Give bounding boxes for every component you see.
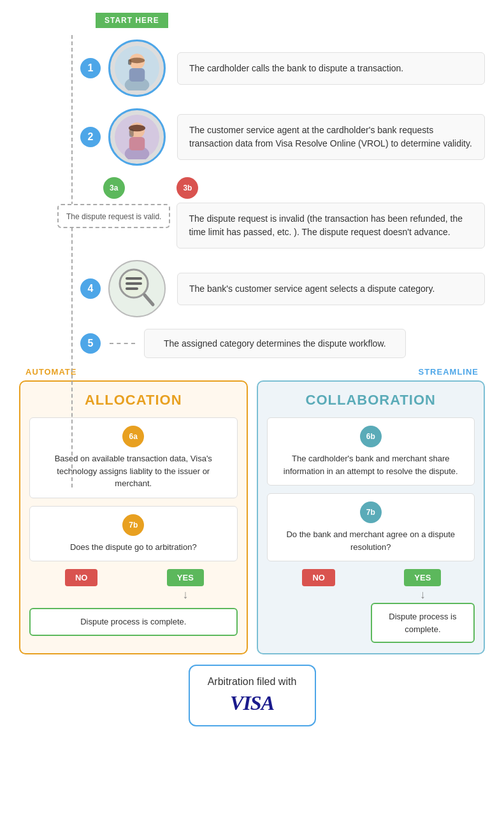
- svg-point-5: [129, 57, 145, 63]
- collaboration-6b-badge: 6b: [360, 426, 382, 447]
- collaboration-yes-button[interactable]: YES: [404, 569, 441, 586]
- step-3a-section: 3a The dispute request is valid.: [57, 177, 170, 228]
- allocation-6a-box: 6a Based on available transaction data, …: [29, 417, 238, 498]
- step-3-container: 3a The dispute request is valid. 3b The …: [57, 177, 485, 249]
- step-2-image: [108, 108, 166, 166]
- allocation-column: ALLOCATION 6a Based on available transac…: [19, 380, 248, 654]
- step-5-row: 5 The assigned category determines the d…: [19, 329, 485, 358]
- allocation-title: ALLOCATION: [29, 392, 238, 408]
- streamline-label: STREAMLINE: [419, 367, 479, 377]
- collaboration-yes-arrow: ↓: [420, 589, 426, 600]
- allocation-7b-badge: 7b: [122, 514, 144, 536]
- collaboration-7b-box: 7b Do the bank and merchant agree on a d…: [267, 493, 475, 561]
- step-5-box: The assigned category determines the dis…: [144, 329, 406, 358]
- step-4-image: [108, 260, 166, 317]
- svg-rect-9: [129, 137, 145, 150]
- collaboration-6b-box: 6b The cardholder's bank and merchant sh…: [267, 417, 475, 486]
- allocation-7b-box: 7b Does the dispute go to arbitration?: [29, 506, 238, 562]
- arbitration-box: Arbitration filed with VISA: [189, 665, 316, 726]
- step-2-row: 2 The customer service agent at the card…: [19, 108, 485, 166]
- arbitration-wrapper: Arbitration filed with VISA: [19, 665, 485, 726]
- step-1-number: 1: [80, 58, 101, 78]
- allocation-no-result: Dispute process is complete.: [29, 608, 238, 636]
- arbitration-text: Arbitration filed with: [208, 676, 297, 688]
- allocation-yes-branch: YES ↓: [133, 569, 237, 603]
- collaboration-no-button[interactable]: NO: [302, 569, 335, 586]
- step-3b-header: 3b: [176, 177, 206, 199]
- allocation-yes-button[interactable]: YES: [167, 569, 204, 586]
- step-3b-badge: 3b: [176, 177, 198, 199]
- svg-rect-3: [129, 68, 145, 82]
- step-4-row: 4 The bank's customer service agent sele…: [19, 260, 485, 317]
- step-5-number: 5: [80, 333, 101, 354]
- allocation-complete-box: Dispute process is complete.: [29, 608, 238, 636]
- step-5-connector: [110, 343, 135, 344]
- step-2-number: 2: [80, 127, 101, 147]
- step-1-image: [108, 40, 166, 97]
- automate-label: AUTOMATE: [25, 367, 76, 377]
- allocation-no-button[interactable]: NO: [65, 569, 98, 586]
- allocation-decision: NO YES ↓: [29, 569, 238, 603]
- step-3b-box: The dispute request is invalid (the tran…: [176, 203, 485, 249]
- svg-rect-14: [126, 282, 142, 285]
- collaboration-column: COLLABORATION 6b The cardholder's bank a…: [257, 380, 486, 654]
- step-3a-text-box: The dispute request is valid.: [57, 204, 170, 228]
- svg-line-16: [145, 295, 153, 305]
- step-1-row: 1 The cardholder calls the bank to dispu…: [19, 40, 485, 97]
- start-badge: START HERE: [96, 13, 168, 28]
- allocation-6a-badge: 6a: [122, 426, 144, 447]
- bottom-columns: ALLOCATION 6a Based on available transac…: [19, 380, 485, 654]
- collaboration-yes-branch: YES ↓ Dispute process is complete.: [371, 569, 475, 643]
- collaboration-title: COLLABORATION: [267, 392, 475, 408]
- step-3b-section: 3b The dispute request is invalid (the t…: [176, 177, 485, 249]
- allocation-yes-arrow: ↓: [182, 589, 188, 600]
- step-4-number: 4: [80, 278, 101, 299]
- svg-rect-15: [126, 287, 138, 290]
- svg-rect-11: [129, 129, 134, 137]
- step-3a-badge: 3a: [103, 177, 125, 199]
- collaboration-decision: NO YES ↓ Dispute process is complete.: [267, 569, 475, 643]
- step-2-box: The customer service agent at the cardho…: [177, 114, 485, 160]
- collaboration-complete-box: Dispute process is complete.: [371, 603, 475, 643]
- main-container: START HERE 1 The cardholder calls the ba…: [0, 0, 504, 739]
- svg-rect-13: [126, 277, 142, 280]
- visa-logo: VISA: [208, 691, 297, 715]
- label-row: AUTOMATE STREAMLINE: [19, 367, 485, 377]
- step-4-box: The bank's customer service agent select…: [177, 273, 485, 305]
- collaboration-7b-badge: 7b: [360, 501, 382, 523]
- collaboration-no-branch: NO: [267, 569, 371, 586]
- allocation-no-branch: NO: [29, 569, 133, 586]
- step-1-box: The cardholder calls the bank to dispute…: [177, 52, 485, 85]
